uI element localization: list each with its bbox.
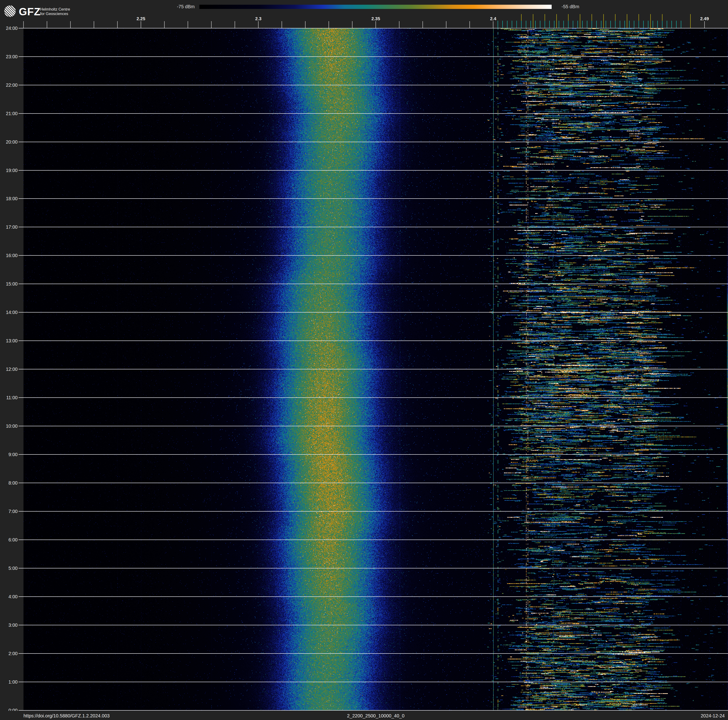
hour-gridline	[18, 511, 728, 512]
freq-minor-tick	[47, 21, 47, 28]
time-label: 22:00	[0, 83, 18, 88]
hour-gridline	[18, 340, 728, 341]
frequency-axis: 2.252.32.352.42.49	[0, 0, 728, 28]
hour-gridline	[18, 539, 728, 540]
ble-channel-tick	[639, 21, 639, 28]
hour-gridline	[18, 426, 728, 426]
freq-minor-tick	[94, 21, 94, 28]
ble-channel-tick	[563, 21, 564, 28]
hour-gridline	[18, 28, 728, 28]
ble-channel-tick	[657, 21, 658, 28]
freq-tick-label: 2.35	[366, 16, 385, 21]
ble-channel-tick	[526, 21, 526, 28]
ble-channel-tick	[610, 21, 611, 28]
time-label: 5:00	[0, 565, 18, 571]
hour-gridline	[18, 397, 728, 398]
hour-gridline	[18, 596, 728, 597]
hour-gridline	[18, 255, 728, 256]
ble-channel-tick	[573, 21, 573, 28]
hour-gridline	[18, 625, 728, 625]
wifi-channel-tick	[690, 14, 691, 28]
freq-minor-tick	[399, 21, 399, 28]
ble-channel-tick	[535, 21, 536, 28]
time-label: 10:00	[0, 423, 18, 429]
ble-channel-tick	[587, 21, 587, 28]
freq-minor-tick	[329, 21, 329, 28]
freq-minor-tick	[235, 21, 235, 28]
ble-channel-tick	[653, 21, 653, 28]
time-label: 14:00	[0, 310, 18, 315]
ble-channel-tick	[521, 21, 522, 28]
freq-minor-tick	[141, 21, 141, 28]
ble-channel-tick	[671, 21, 672, 28]
freq-tick-label: 2.49	[695, 16, 714, 21]
freq-minor-tick	[376, 21, 376, 28]
ble-channel-tick	[582, 21, 583, 28]
hour-gridline	[18, 170, 728, 171]
time-label: 24:00	[0, 26, 18, 31]
freq-minor-tick	[352, 21, 352, 28]
ble-channel-tick	[516, 21, 517, 28]
hour-gridline	[18, 142, 728, 142]
spectrogram-page: GFZ Helmholtz Centre for Geosciences -75…	[0, 0, 728, 720]
freq-minor-tick	[305, 21, 306, 28]
wifi-channel-tick	[556, 14, 557, 28]
ble-channel-tick	[559, 21, 559, 28]
hour-gridline	[18, 682, 728, 682]
time-label: 15:00	[0, 281, 18, 286]
time-label: 21:00	[0, 111, 18, 116]
dataset-id: 2_2200_2500_10000_40_0	[23, 711, 728, 720]
freq-minor-tick	[164, 21, 165, 28]
ble-channel-tick	[544, 21, 545, 28]
wifi-channel-tick	[627, 14, 627, 28]
time-label: 1:00	[0, 679, 18, 685]
ble-channel-tick	[606, 21, 606, 28]
ble-channel-tick	[554, 21, 554, 28]
freq-minor-tick	[470, 21, 470, 28]
time-label: 3:00	[0, 622, 18, 628]
hour-gridline	[18, 227, 728, 227]
ble-channel-tick	[592, 21, 592, 28]
freq-minor-tick	[23, 21, 24, 28]
footer: https://doi.org/10.5880/GFZ.1.2.2024.003…	[0, 711, 728, 720]
ble-channel-tick	[531, 21, 531, 28]
time-label: 23:00	[0, 54, 18, 59]
ble-channel-tick	[568, 21, 569, 28]
ble-channel-tick	[681, 21, 681, 28]
hour-gridline	[18, 85, 728, 85]
time-label: 11:00	[0, 395, 18, 400]
time-label: 20:00	[0, 139, 18, 144]
time-label: 8:00	[0, 480, 18, 486]
freq-tick-label: 2.4	[484, 16, 503, 21]
hour-gridline	[18, 369, 728, 369]
ble-channel-tick	[634, 21, 634, 28]
time-label: 18:00	[0, 196, 18, 201]
time-label: 6:00	[0, 537, 18, 542]
ble-channel-tick	[601, 21, 601, 28]
ble-channel-tick	[676, 21, 677, 28]
ble-channel-tick	[512, 21, 512, 28]
freq-minor-tick	[258, 21, 258, 28]
time-label: 2:00	[0, 651, 18, 656]
ble-channel-tick	[578, 21, 578, 28]
time-label: 4:00	[0, 594, 18, 599]
hour-gridline	[18, 710, 728, 711]
ble-channel-tick	[549, 21, 550, 28]
ble-channel-tick	[662, 21, 662, 28]
hour-gridline	[18, 483, 728, 483]
ble-channel-tick	[643, 21, 644, 28]
hour-gridline	[18, 568, 728, 568]
ble-channel-tick	[615, 21, 615, 28]
time-label: 9:00	[0, 452, 18, 457]
freq-minor-tick	[188, 21, 188, 28]
wifi-channel-tick	[650, 14, 651, 28]
wifi-channel-tick	[580, 14, 580, 28]
ble-channel-tick	[540, 21, 540, 28]
hour-gridline	[18, 283, 728, 284]
hour-gridline	[18, 57, 728, 57]
freq-tick-label: 2.25	[132, 16, 150, 21]
time-label: 17:00	[0, 224, 18, 230]
ble-channel-tick	[667, 21, 667, 28]
hour-gridline	[18, 454, 728, 455]
ble-channel-tick	[596, 21, 597, 28]
